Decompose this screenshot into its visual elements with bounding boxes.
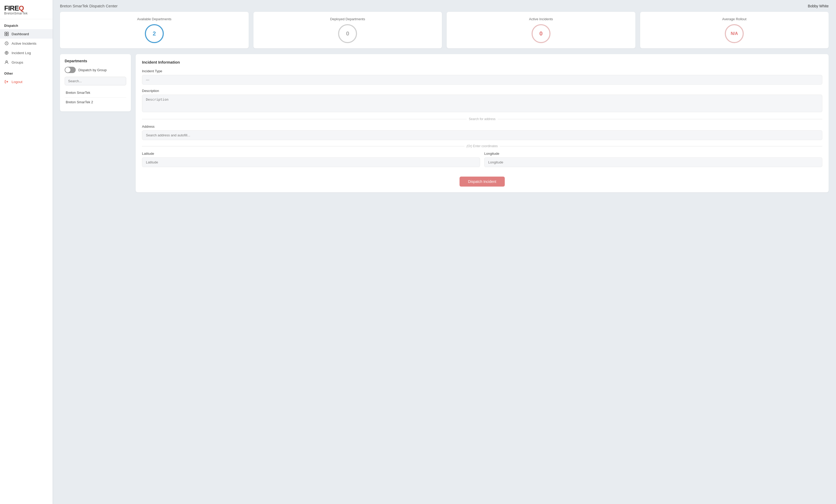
latitude-label: Latitude — [142, 152, 480, 156]
sidebar-section-other: Other — [0, 67, 53, 77]
longitude-field: Longitude — [484, 152, 822, 167]
stat-card-deployed: Deployed Departments 0 — [253, 12, 442, 49]
description-label: Description — [142, 89, 822, 93]
description-input[interactable] — [142, 95, 822, 112]
stat-label-active: Active Incidents — [529, 17, 553, 21]
dispatch-by-group-label: Dispatch by Group — [78, 68, 107, 72]
coords-divider-line-left — [142, 146, 464, 147]
stat-label-deployed: Deployed Departments — [330, 17, 365, 21]
svg-rect-3 — [7, 34, 8, 36]
divider-line-right — [498, 119, 822, 119]
incident-panel: Incident Information Incident Type --- D… — [136, 54, 829, 192]
toggle-knob — [65, 67, 71, 73]
sidebar-item-logout-label: Logout — [12, 80, 22, 84]
incident-panel-title: Incident Information — [142, 60, 822, 64]
incident-log-icon — [4, 51, 9, 55]
svg-rect-0 — [5, 32, 6, 34]
dashboard-icon — [4, 32, 9, 36]
svg-point-8 — [6, 61, 7, 62]
departments-panel: Departments Dispatch by Group Breton Sma… — [60, 54, 131, 112]
incident-type-field: Incident Type --- — [142, 69, 822, 84]
top-bar: Breton SmarTek Dispatch Center Bobby Whi… — [53, 0, 836, 12]
address-divider-text: Search for address — [469, 117, 495, 121]
user-name: Bobby White — [808, 4, 829, 8]
logo-fire: FIREQ — [4, 5, 24, 12]
logo-area: FIREQ BretonSmarTek — [0, 0, 53, 19]
departments-panel-title: Departments — [65, 59, 126, 63]
logo-subtitle: BretonSmarTek — [4, 12, 27, 15]
page-title: Breton SmarTek Dispatch Center — [60, 4, 117, 8]
body-section: Departments Dispatch by Group Breton Sma… — [53, 54, 836, 200]
stat-circle-available: 2 — [145, 24, 164, 43]
stat-label-rollout: Average Rollout — [722, 17, 746, 21]
stat-circle-rollout: N/A — [725, 24, 744, 43]
sidebar-section-dispatch: Dispatch — [0, 19, 53, 29]
sidebar-item-dashboard[interactable]: Dashboard — [0, 29, 53, 39]
sidebar-item-dashboard-label: Dashboard — [12, 32, 29, 36]
coords-divider: (Or) Enter coordinates — [142, 144, 822, 148]
dispatch-incident-button[interactable]: Dispatch Incident — [459, 177, 505, 187]
groups-icon — [4, 60, 9, 65]
incident-type-label: Incident Type — [142, 69, 822, 73]
address-label: Address — [142, 124, 822, 129]
main-content: Breton SmarTek Dispatch Center Bobby Whi… — [53, 0, 836, 504]
department-search-input[interactable] — [65, 77, 126, 85]
stat-card-available: Available Departments 2 — [60, 12, 249, 49]
active-incidents-icon — [4, 41, 9, 46]
coords-divider-line-right — [500, 146, 822, 147]
sidebar-item-logout[interactable]: Logout — [0, 77, 53, 86]
divider-line-left — [142, 119, 467, 119]
address-divider: Search for address — [142, 117, 822, 121]
stat-circle-deployed: 0 — [338, 24, 357, 43]
sidebar-item-groups-label: Groups — [12, 60, 23, 64]
sidebar-item-incident-log[interactable]: Incident Log — [0, 48, 53, 58]
longitude-input[interactable] — [484, 157, 822, 167]
logout-icon — [4, 79, 9, 84]
latitude-field: Latitude — [142, 152, 480, 167]
address-input[interactable] — [142, 130, 822, 140]
description-field: Description — [142, 89, 822, 113]
coords-divider-text: (Or) Enter coordinates — [467, 144, 498, 148]
stat-card-active: Active Incidents 0 — [446, 12, 635, 49]
sidebar-item-active-incidents-label: Active Incidents — [12, 41, 37, 45]
stat-circle-active: 0 — [532, 24, 551, 43]
stat-card-rollout: Average Rollout N/A — [640, 12, 829, 49]
department-item-breton-smartek[interactable]: Breton SmarTek — [65, 88, 126, 97]
address-field: Address — [142, 124, 822, 140]
longitude-label: Longitude — [484, 152, 822, 156]
sidebar-item-incident-log-label: Incident Log — [12, 51, 31, 55]
sidebar-item-active-incidents[interactable]: Active Incidents — [0, 39, 53, 48]
sidebar-item-groups[interactable]: Groups — [0, 58, 53, 67]
stat-label-available: Available Departments — [137, 17, 171, 21]
svg-rect-1 — [7, 32, 8, 34]
stats-row: Available Departments 2 Deployed Departm… — [53, 12, 836, 54]
sidebar: FIREQ BretonSmarTek Dispatch Dashboard — [0, 0, 53, 504]
incident-type-value: --- — [142, 75, 822, 84]
department-item-breton-smartek-2[interactable]: Breton SmarTek 2 — [65, 97, 126, 107]
latitude-input[interactable] — [142, 157, 480, 167]
coords-row: Latitude Longitude — [142, 152, 822, 171]
dispatch-by-group-toggle-row: Dispatch by Group — [65, 67, 126, 73]
svg-rect-2 — [5, 34, 6, 36]
dispatch-by-group-toggle[interactable] — [65, 67, 76, 73]
